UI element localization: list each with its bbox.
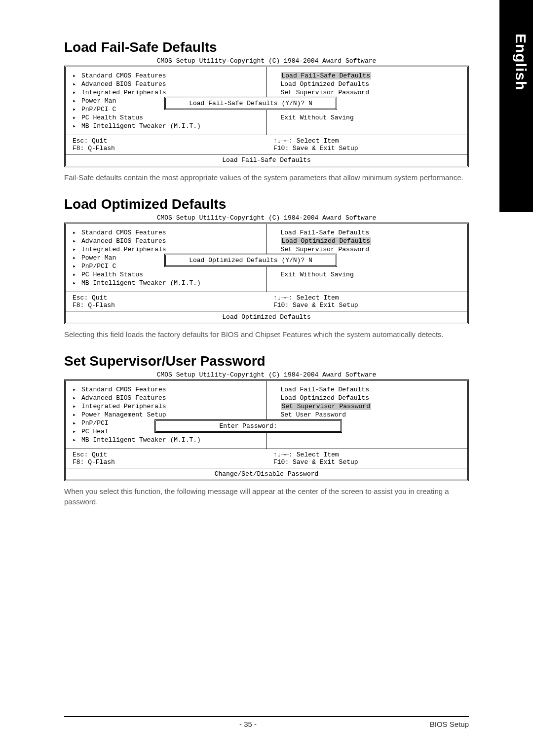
bios-header-3: CMOS Setup Utility-Copyright (C) 1984-20… — [64, 371, 469, 378]
menu-item[interactable]: Advanced BIOS Features — [73, 237, 260, 245]
menu-item[interactable]: PC Health Status — [73, 114, 260, 121]
menu-item[interactable]: Advanced BIOS Features — [73, 394, 260, 402]
triangle-icon — [73, 436, 81, 444]
key-hint: F10: Save & Exit Setup — [273, 145, 460, 152]
menu-item[interactable]: Load Fail-Safe Defaults — [274, 72, 461, 79]
bios-desc-row: Load Optimized Defaults — [66, 311, 467, 323]
bios-dialog[interactable]: Enter Password: — [154, 419, 342, 433]
menu-item[interactable]: Exit Without Saving — [274, 114, 461, 121]
page-number: - 35 - — [66, 720, 430, 728]
menu-item[interactable]: Advanced BIOS Features — [73, 80, 260, 88]
menu-label: Integrated Peripherals — [81, 246, 166, 253]
dialog-text: Load Optimized Defaults (Y/N)? N — [189, 257, 312, 264]
menu-item[interactable]: Power Management Setup — [73, 411, 260, 418]
menu-item[interactable]: Load Optimized Defaults — [274, 394, 461, 402]
menu-item[interactable]: Load Fail-Safe Defaults — [274, 386, 461, 393]
bios-key-row: Esc: Quit F8: Q-Flash ↑↓→←: Select Item … — [66, 292, 467, 311]
triangle-icon — [73, 237, 81, 245]
menu-label: Advanced BIOS Features — [81, 394, 166, 402]
triangle-icon — [73, 106, 81, 113]
bios-dialog[interactable]: Load Optimized Defaults (Y/N)? N — [164, 254, 337, 267]
menu-item[interactable]: Set Supervisor Password — [274, 403, 461, 410]
menu-item[interactable]: Integrated Peripherals — [73, 403, 260, 410]
menu-item[interactable]: Integrated Peripherals — [73, 246, 260, 253]
key-hint: ↑↓→←: Select Item — [273, 451, 460, 458]
menu-item[interactable]: Standard CMOS Features — [73, 229, 260, 236]
key-hint: F10: Save & Exit Setup — [273, 302, 460, 309]
bios-desc-row: Change/Set/Disable Password — [66, 468, 467, 480]
menu-item[interactable]: Standard CMOS Features — [73, 72, 260, 79]
menu-label: Advanced BIOS Features — [81, 237, 166, 245]
menu-item[interactable]: MB Intelligent Tweaker (M.I.T.) — [73, 279, 260, 287]
menu-label: Standard CMOS Features — [81, 229, 166, 236]
menu-label: Integrated Peripherals — [81, 89, 166, 96]
side-black-strip — [499, 0, 533, 212]
page-content: Load Fail-Safe Defaults CMOS Setup Utili… — [0, 0, 533, 540]
key-hint: F8: Q-Flash — [73, 302, 260, 309]
triangle-icon — [73, 80, 81, 88]
key-hint: F8: Q-Flash — [73, 145, 260, 152]
triangle-icon — [73, 263, 81, 270]
triangle-icon — [73, 386, 81, 393]
menu-item[interactable]: Load Optimized Defaults — [274, 237, 461, 245]
menu-item[interactable]: Set Supervisor Password — [274, 89, 461, 96]
triangle-icon — [73, 246, 81, 253]
triangle-icon — [73, 419, 81, 427]
menu-item — [274, 436, 461, 444]
triangle-icon — [73, 229, 81, 236]
bios-box-2: Standard CMOS Features Advanced BIOS Fea… — [64, 223, 469, 324]
menu-item[interactable]: Integrated Peripherals — [73, 89, 260, 96]
section3-body: When you select this function, the follo… — [64, 486, 469, 507]
triangle-icon — [73, 428, 81, 435]
triangle-icon — [73, 122, 81, 130]
menu-label: Power Man — [81, 97, 116, 105]
menu-label: Power Management Setup — [81, 411, 166, 418]
section3-title: Set Supervisor/User Password — [64, 353, 469, 369]
menu-label: Integrated Peripherals — [81, 403, 166, 410]
key-hint: ↑↓→←: Select Item — [273, 137, 460, 145]
triangle-icon — [73, 403, 81, 410]
menu-item[interactable]: MB Intelligent Tweaker (M.I.T.) — [73, 436, 260, 444]
menu-item[interactable]: PC Health Status — [73, 271, 260, 278]
bios-header-2: CMOS Setup Utility-Copyright (C) 1984-20… — [64, 214, 469, 222]
menu-label: Advanced BIOS Features — [81, 80, 166, 88]
triangle-icon — [73, 72, 81, 79]
key-hint: Esc: Quit — [73, 137, 260, 145]
menu-label: PC Health Status — [81, 271, 143, 278]
menu-item — [274, 279, 461, 287]
triangle-icon — [73, 394, 81, 402]
menu-item[interactable]: Standard CMOS Features — [73, 386, 260, 393]
menu-item[interactable]: Set User Password — [274, 411, 461, 418]
triangle-icon — [73, 97, 81, 105]
menu-item[interactable]: Set Supervisor Password — [274, 246, 461, 253]
menu-label-highlighted: Load Fail-Safe Defaults — [281, 72, 371, 79]
menu-item[interactable]: Load Fail-Safe Defaults — [274, 229, 461, 236]
menu-label: MB Intelligent Tweaker (M.I.T.) — [81, 279, 201, 287]
section1-body: Fail-Safe defaults contain the most appr… — [64, 172, 469, 183]
triangle-icon — [73, 114, 81, 121]
key-hint: Esc: Quit — [73, 294, 260, 302]
menu-label-highlighted: Set Supervisor Password — [281, 403, 371, 410]
menu-label: PC Health Status — [81, 114, 143, 121]
bios-dialog[interactable]: Load Fail-Safe Defaults (Y/N)? N — [164, 97, 337, 110]
section2-title: Load Optimized Defaults — [64, 196, 469, 212]
triangle-icon — [73, 89, 81, 96]
triangle-icon — [73, 254, 81, 262]
language-tab: English — [512, 34, 529, 90]
dialog-text: Enter Password: — [219, 422, 277, 430]
menu-label: Standard CMOS Features — [81, 72, 166, 79]
key-hint: F10: Save & Exit Setup — [273, 458, 460, 466]
triangle-icon — [73, 411, 81, 418]
menu-item[interactable]: MB Intelligent Tweaker (M.I.T.) — [73, 122, 260, 130]
menu-label-highlighted: Load Optimized Defaults — [281, 237, 371, 245]
menu-label: MB Intelligent Tweaker (M.I.T.) — [81, 436, 201, 444]
menu-item[interactable]: Exit Without Saving — [274, 271, 461, 278]
menu-item[interactable]: Load Optimized Defaults — [274, 80, 461, 88]
bios-box-3: Standard CMOS Features Advanced BIOS Fea… — [64, 379, 469, 481]
bios-header-1: CMOS Setup Utility-Copyright (C) 1984-20… — [64, 57, 469, 65]
menu-label: PnP/PCI C — [81, 106, 116, 113]
bios-desc-row: Load Fail-Safe Defaults — [66, 154, 467, 166]
dialog-text: Load Fail-Safe Defaults (Y/N)? N — [189, 100, 312, 107]
section1-title: Load Fail-Safe Defaults — [64, 39, 469, 55]
menu-item — [274, 122, 461, 130]
